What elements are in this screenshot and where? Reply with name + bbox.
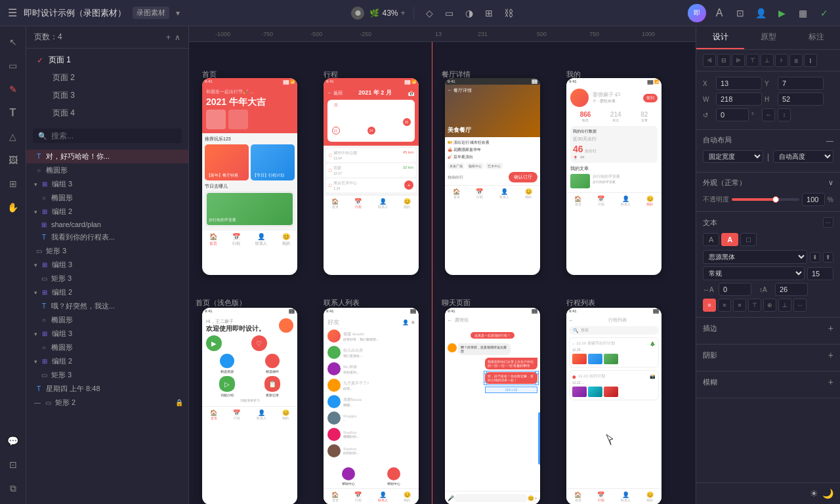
tool-diamond[interactable]: ◇ xyxy=(422,5,438,21)
layer-item-ellipse1[interactable]: ○ 椭圆形 xyxy=(26,163,188,177)
layer-item-group3a[interactable]: ▾ ⊞ 编组 3 xyxy=(26,177,188,191)
tab-prototype[interactable]: 原型 xyxy=(744,26,792,49)
canvas-content[interactable]: 首页 行程 餐厅详情 我的 首页（浅色版） 联系人列表 聊天页面 行程列表 9:… xyxy=(189,42,696,504)
add-blur-btn[interactable]: + xyxy=(828,377,833,387)
text-align-center[interactable]: ≡ xyxy=(718,299,731,312)
frame-tool[interactable]: ▭ xyxy=(3,55,24,76)
y-input[interactable] xyxy=(778,77,824,90)
layer-item-ellipse3[interactable]: ○ 椭圆形 xyxy=(26,313,188,327)
collapse-pages-btn[interactable]: ∧ xyxy=(175,33,180,42)
text-more[interactable]: ··· xyxy=(793,299,807,312)
image-tool[interactable]: 🖼 xyxy=(3,150,24,171)
hand-tool[interactable]: ✋ xyxy=(3,197,24,218)
text-options-btn[interactable]: ⋯ xyxy=(823,217,833,228)
text-tool[interactable]: A xyxy=(711,5,727,21)
title-dropdown-icon[interactable]: ▾ xyxy=(176,9,180,18)
align-center-v[interactable]: ⊥ xyxy=(761,54,774,67)
layer-item-group2c[interactable]: ▾ ⊞ 编组 2 xyxy=(26,354,188,368)
page-item-4[interactable]: 页面 4 xyxy=(26,104,188,122)
width-mode-select[interactable]: 固定宽度 xyxy=(703,150,763,163)
add-border-btn[interactable]: + xyxy=(828,323,833,333)
layer-item-rect2[interactable]: — ▭ 矩形 2 🔒 xyxy=(26,396,188,410)
layers-tool[interactable]: ⧉ xyxy=(3,478,24,499)
share-icon: ⊞ xyxy=(39,221,49,228)
comment-tool[interactable]: 💬 xyxy=(3,430,24,452)
check-tool[interactable]: ✓ xyxy=(816,5,832,21)
line-height-input[interactable] xyxy=(775,283,808,296)
shape-tool[interactable]: △ xyxy=(3,126,24,147)
font-download-btn[interactable]: ⬇ xyxy=(810,252,820,262)
height-mode-select[interactable]: 自动高度 xyxy=(773,150,833,163)
align-bottom[interactable]: ⊦ xyxy=(775,54,788,67)
play-tool[interactable]: ▶ xyxy=(774,5,790,21)
opacity-slider[interactable] xyxy=(732,198,799,201)
layer-item-text2[interactable]: T 我看到你的行程表... xyxy=(26,230,188,244)
layer-item-group2a[interactable]: ▾ ⊞ 编组 2 xyxy=(26,205,188,219)
layer-item-group3c[interactable]: ▾ ⊞ 编组 3 xyxy=(26,327,188,341)
layer-item-rect3c[interactable]: ▭ 矩形 3 xyxy=(26,368,188,382)
tool-link[interactable]: ⛓ xyxy=(501,5,516,21)
tool-grid[interactable]: ⊞ xyxy=(481,5,497,21)
font-family-select[interactable]: 思源黑体 xyxy=(703,250,807,264)
layer-item-sharecard[interactable]: ⊞ share/card/plan xyxy=(26,219,188,230)
layout-tool[interactable]: ▦ xyxy=(795,5,811,21)
pen-tool[interactable]: ✎ xyxy=(3,79,24,100)
tool-frame[interactable]: ▭ xyxy=(442,5,457,21)
text-style-box[interactable]: □ xyxy=(740,233,757,246)
zoom-add-icon[interactable]: + xyxy=(401,9,406,18)
align-right[interactable]: ⫸ xyxy=(732,54,745,67)
search-input[interactable] xyxy=(51,131,177,140)
text-valign-top[interactable]: ⊤ xyxy=(748,299,761,312)
letter-spacing-input[interactable] xyxy=(719,283,751,296)
component-tool[interactable]: ⊡ xyxy=(732,5,748,21)
flip-h-btn[interactable]: ↔ xyxy=(762,108,775,121)
tab-design[interactable]: 设计 xyxy=(696,26,744,49)
page-item-1[interactable]: ✓ 页面 1 xyxy=(26,51,188,69)
appearance-title[interactable]: 外观（正常） ∨ xyxy=(703,178,833,188)
menu-icon[interactable]: ☰ xyxy=(8,7,17,19)
text-tool-side[interactable]: T xyxy=(3,102,24,123)
select-tool[interactable]: ↖ xyxy=(3,32,24,52)
layer-item-ellipse2[interactable]: ○ 椭圆形 xyxy=(26,191,188,205)
layer-item-selected-text[interactable]: T 对，好巧哈哈！你... xyxy=(26,150,188,163)
flip-v-btn[interactable]: ↕ xyxy=(778,108,791,121)
component-tool-side[interactable]: ⊞ xyxy=(3,173,24,194)
add-page-btn[interactable]: + xyxy=(166,33,171,42)
text-style-bold[interactable]: A xyxy=(721,233,738,246)
font-upload-btn[interactable]: ⬆ xyxy=(823,252,833,262)
w-input[interactable] xyxy=(716,93,762,106)
x-input[interactable] xyxy=(716,77,762,90)
layer-item-group2b[interactable]: ▾ ⊞ 编组 2 xyxy=(26,285,188,299)
layer-item-text3[interactable]: T 哦？好突然，我这... xyxy=(26,299,188,313)
canvas-area[interactable]: -1000 -750 -500 -250 13 231 500 750 1000… xyxy=(189,26,696,504)
font-style-select[interactable]: 常规 xyxy=(703,266,805,280)
text-valign-center[interactable]: ⊕ xyxy=(763,299,776,312)
layer-item-group3b[interactable]: ▾ ⊞ 编组 3 xyxy=(26,258,188,272)
text-align-right[interactable]: ≡ xyxy=(733,299,746,312)
font-size-input[interactable] xyxy=(807,267,833,280)
h-input[interactable] xyxy=(778,93,824,106)
rotation-input[interactable] xyxy=(716,108,749,121)
layer-item-ellipse4[interactable]: ○ 椭圆形 xyxy=(26,341,188,354)
distribute-v[interactable]: ⫿ xyxy=(804,54,817,67)
align-center-h[interactable]: ⊟ xyxy=(717,54,730,67)
layer-item-rect3b[interactable]: ▭ 矩形 3 xyxy=(26,272,188,285)
add-shadow-btn[interactable]: + xyxy=(828,350,833,360)
layer-item-text4[interactable]: T 星期四 上午 8:48 xyxy=(26,382,188,396)
asset-tool[interactable]: ⊡ xyxy=(3,454,24,475)
page-item-3[interactable]: 页面 3 xyxy=(26,87,188,104)
text-valign-bottom[interactable]: ⊥ xyxy=(778,299,791,312)
text-style-default[interactable]: A xyxy=(703,233,719,246)
align-left[interactable]: ⫷ xyxy=(703,54,716,67)
user-tool[interactable]: 👤 xyxy=(753,5,769,21)
section-label-contacts: 联系人列表 xyxy=(324,298,360,308)
opacity-handle[interactable] xyxy=(772,196,779,203)
align-top[interactable]: ⊤ xyxy=(746,54,759,67)
layer-item-rect3a[interactable]: ▭ 矩形 3 xyxy=(26,244,188,258)
page-item-2[interactable]: 页面 2 xyxy=(26,69,188,87)
opacity-input[interactable] xyxy=(802,193,825,206)
tab-annotation[interactable]: 标注 xyxy=(792,26,840,49)
tool-slice[interactable]: ◑ xyxy=(461,5,477,21)
text-align-left[interactable]: ≡ xyxy=(703,299,716,312)
distribute-h[interactable]: ⫼ xyxy=(789,54,803,67)
